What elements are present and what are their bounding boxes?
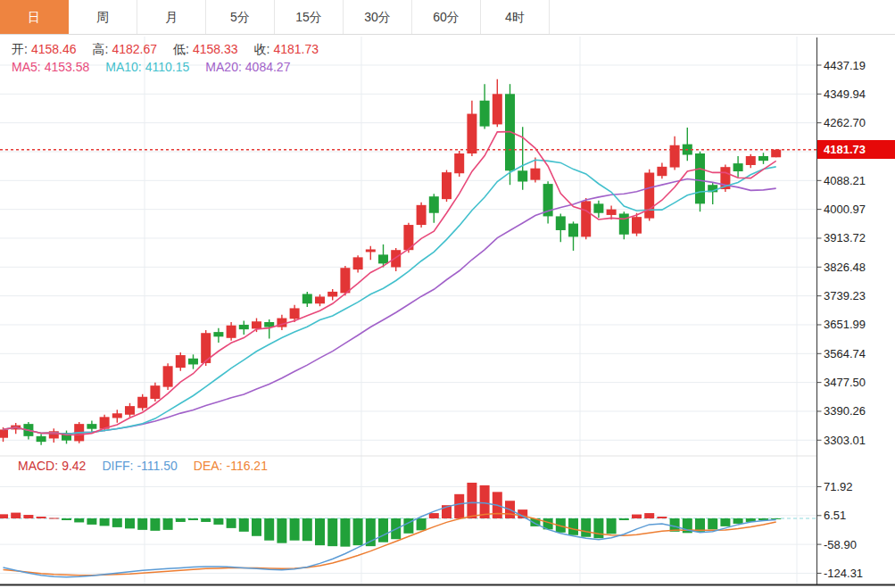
tab-15min[interactable]: 15分 bbox=[275, 0, 344, 34]
price-axis-label: 3303.01 bbox=[824, 434, 866, 447]
tab-60min[interactable]: 60分 bbox=[412, 0, 481, 34]
macd-hist-bar bbox=[176, 518, 186, 522]
macd-hist-bar bbox=[327, 518, 337, 546]
candle-body[interactable] bbox=[480, 101, 490, 127]
candle-body[interactable] bbox=[493, 94, 502, 124]
candle-body[interactable] bbox=[87, 424, 96, 429]
candle-body[interactable] bbox=[593, 203, 603, 212]
price-axis-label: 4262.70 bbox=[824, 116, 866, 129]
candle-body[interactable] bbox=[188, 359, 198, 365]
candle-body[interactable] bbox=[327, 292, 337, 297]
macd-hist-bar bbox=[163, 518, 173, 530]
price-axis-label: 3651.99 bbox=[824, 318, 866, 331]
candle-body[interactable] bbox=[391, 250, 401, 267]
macd-hist-bar bbox=[87, 518, 96, 525]
candle-body[interactable] bbox=[290, 308, 300, 319]
candle-body[interactable] bbox=[366, 249, 376, 252]
candle-body[interactable] bbox=[137, 397, 147, 409]
candle-body[interactable] bbox=[252, 321, 261, 328]
ma-row-item: MA20:4084.27 bbox=[205, 60, 294, 74]
ma20-line bbox=[4, 179, 776, 435]
candle-body[interactable] bbox=[213, 332, 223, 336]
macd-hist-bar bbox=[112, 518, 122, 527]
candle-body[interactable] bbox=[150, 385, 160, 399]
candle-body[interactable] bbox=[467, 114, 477, 153]
candle-body[interactable] bbox=[733, 163, 743, 171]
current-price-tag: 4181.73 bbox=[817, 140, 895, 159]
candle-body[interactable] bbox=[632, 217, 642, 234]
tab-day[interactable]: 日 bbox=[0, 0, 69, 34]
candle-body[interactable] bbox=[607, 210, 617, 215]
candle-body[interactable] bbox=[670, 145, 680, 168]
macd-hist-bar bbox=[593, 518, 603, 538]
candle-body[interactable] bbox=[353, 257, 363, 269]
ma5-line bbox=[4, 132, 776, 435]
macd-hist-bar bbox=[619, 518, 629, 520]
macd-hist-bar bbox=[188, 518, 198, 520]
macd-row-item: DIFF:-111.50 bbox=[102, 459, 180, 473]
candle-body[interactable] bbox=[695, 153, 705, 203]
macd-hist-bar bbox=[429, 513, 439, 518]
ohlc-row-item: 收:4181.73 bbox=[254, 42, 323, 56]
ohlc-row-item: 开:4158.46 bbox=[12, 42, 80, 56]
macd-hist-bar bbox=[125, 518, 135, 528]
price-axis-label: 3477.50 bbox=[824, 376, 866, 389]
macd-hist-bar bbox=[632, 515, 642, 518]
tab-week[interactable]: 周 bbox=[69, 0, 137, 34]
macd-hist-bar bbox=[720, 518, 730, 526]
candle-body[interactable] bbox=[125, 406, 135, 415]
candle-body[interactable] bbox=[758, 156, 768, 161]
candle-body[interactable] bbox=[340, 268, 350, 293]
candle-body[interactable] bbox=[518, 170, 527, 181]
candle-body[interactable] bbox=[442, 172, 452, 199]
candle-body[interactable] bbox=[378, 254, 388, 263]
candle-body[interactable] bbox=[746, 156, 756, 165]
tab-5min[interactable]: 5分 bbox=[206, 0, 275, 34]
candle-body[interactable] bbox=[227, 326, 236, 338]
ma-readout: MA5:4153.58MA10:4110.15MA20:4084.27 bbox=[12, 60, 306, 74]
candle-body[interactable] bbox=[239, 325, 249, 329]
candle-body[interactable] bbox=[112, 413, 122, 418]
candlestick-macd-chart: 4437.194349.944262.704088.214000.973913.… bbox=[0, 0, 895, 588]
candle-body[interactable] bbox=[556, 216, 566, 230]
macd-hist-bar bbox=[581, 518, 591, 537]
macd-hist-bar bbox=[0, 514, 8, 518]
candle-body[interactable] bbox=[37, 436, 46, 442]
tab-4hour[interactable]: 4时 bbox=[481, 0, 550, 34]
macd-hist-bar bbox=[227, 518, 236, 528]
tab-month[interactable]: 月 bbox=[137, 0, 206, 34]
tab-30min[interactable]: 30分 bbox=[344, 0, 412, 34]
candle-body[interactable] bbox=[176, 355, 186, 368]
candle-body[interactable] bbox=[454, 153, 464, 173]
macd-hist-bar bbox=[353, 518, 363, 545]
candle-body[interactable] bbox=[429, 196, 439, 213]
macd-hist-bar bbox=[340, 518, 350, 547]
macd-row-item: DEA:-116.21 bbox=[194, 459, 271, 473]
candle-body[interactable] bbox=[163, 366, 173, 386]
price-axis-label: 3826.48 bbox=[824, 261, 866, 274]
candle-body[interactable] bbox=[315, 296, 325, 303]
candle-body[interactable] bbox=[417, 205, 427, 225]
price-axis-label: 4349.94 bbox=[824, 87, 866, 101]
candle-body[interactable] bbox=[771, 150, 781, 158]
macd-hist-bar bbox=[62, 518, 71, 520]
candle-body[interactable] bbox=[0, 429, 8, 437]
macd-axis-label: 6.51 bbox=[824, 509, 846, 522]
candle-body[interactable] bbox=[581, 201, 591, 236]
kline-chart-app: 4437.194349.944262.704088.214000.973913.… bbox=[0, 0, 895, 588]
macd-hist-bar bbox=[302, 518, 312, 541]
macd-hist-bar bbox=[290, 518, 300, 541]
price-axis-label: 4000.97 bbox=[824, 203, 866, 216]
macd-hist-bar bbox=[607, 518, 617, 534]
candle-body[interactable] bbox=[657, 167, 667, 176]
candle-body[interactable] bbox=[530, 169, 540, 180]
candle-body[interactable] bbox=[302, 294, 312, 304]
macd-hist-bar bbox=[454, 494, 464, 518]
candle-body[interactable] bbox=[568, 224, 578, 237]
candle-body[interactable] bbox=[619, 213, 629, 234]
timeframe-tabbar: 日周月5分15分30分60分4时 bbox=[0, 0, 895, 35]
macd-hist-bar bbox=[49, 518, 59, 519]
macd-hist-bar bbox=[733, 518, 743, 524]
macd-hist-bar bbox=[137, 518, 147, 530]
macd-hist-bar bbox=[657, 517, 667, 518]
